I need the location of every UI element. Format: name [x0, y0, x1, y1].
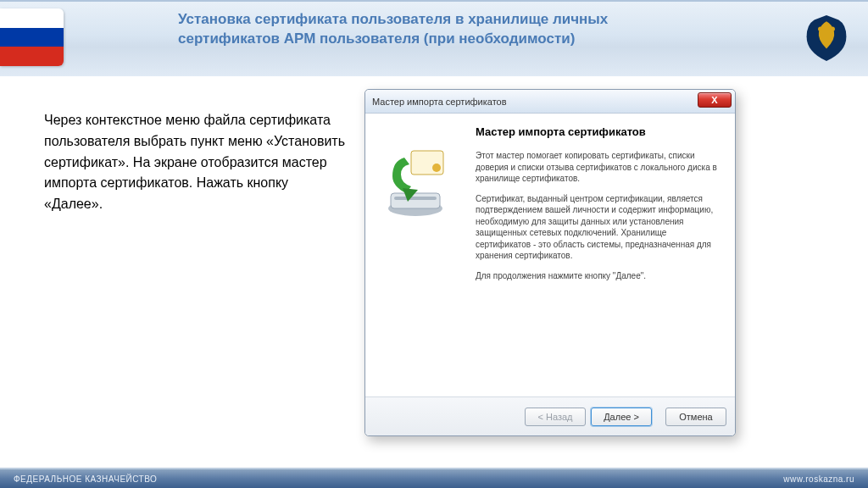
instruction-text: Через контекстное меню файла сертификата…: [44, 110, 345, 215]
wizard-heading: Мастер импорта сертификатов: [476, 125, 720, 138]
wizard-paragraph-2: Сертификат, выданный центром сертификаци…: [476, 193, 720, 262]
russian-flag-icon: [0, 8, 64, 66]
svg-rect-4: [394, 197, 437, 200]
wizard-paragraph-1: Этот мастер помогает копировать сертифик…: [476, 150, 720, 185]
next-button[interactable]: Далее >: [591, 408, 652, 426]
close-button[interactable]: X: [698, 92, 732, 108]
wizard-text-column: Мастер импорта сертификатов Этот мастер …: [476, 125, 720, 396]
svg-point-6: [432, 164, 441, 172]
footer-org: ФЕДЕРАЛЬНОЕ КАЗНАЧЕЙСТВО: [14, 474, 157, 484]
slide-banner: Установка сертификата пользователя в хра…: [0, 0, 868, 76]
slide-title: Установка сертификата пользователя в хра…: [178, 10, 653, 49]
wizard-body: Мастер импорта сертификатов Этот мастер …: [365, 114, 735, 396]
wizard-window: Мастер импорта сертификатов X Мастер имп…: [364, 89, 736, 436]
slide-content: Через контекстное меню файла сертификата…: [0, 76, 868, 468]
wizard-footer: < Назад Далее > Отмена: [365, 396, 735, 435]
cancel-button[interactable]: Отмена: [665, 408, 726, 426]
svg-point-0: [818, 27, 822, 31]
close-icon: X: [711, 95, 717, 105]
certificate-import-icon: [377, 146, 453, 222]
back-button[interactable]: < Назад: [525, 408, 586, 426]
slide-footer: ФЕДЕРАЛЬНОЕ КАЗНАЧЕЙСТВО www.roskazna.ru: [0, 468, 868, 488]
eagle-emblem-icon: [804, 14, 849, 63]
svg-point-1: [831, 27, 835, 31]
svg-rect-3: [391, 193, 440, 208]
footer-url: www.roskazna.ru: [783, 474, 854, 484]
window-titlebar: Мастер импорта сертификатов X: [365, 90, 735, 114]
wizard-paragraph-3: Для продолжения нажмите кнопку "Далее".: [476, 270, 720, 282]
window-title: Мастер импорта сертификатов: [372, 97, 507, 107]
wizard-icon-column: [377, 125, 462, 396]
